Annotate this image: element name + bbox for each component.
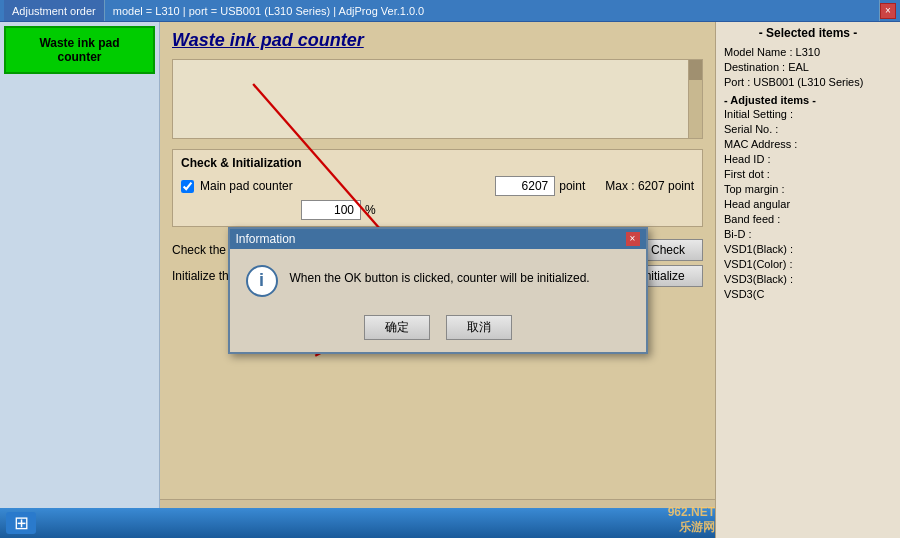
- title-section-1: Adjustment order: [4, 0, 105, 21]
- right-panel: - Selected items - Model Name : L310 Des…: [715, 22, 900, 538]
- sidebar: Waste ink pad counter: [0, 22, 160, 538]
- right-panel-vsd1-black: VSD1(Black) :: [724, 243, 892, 255]
- start-button[interactable]: ⊞: [6, 512, 36, 534]
- main-layout: Waste ink pad counter Waste ink pad coun…: [0, 22, 900, 538]
- dialog-buttons: 确定 取消: [230, 309, 646, 352]
- right-panel-bi-d: Bi-D :: [724, 228, 892, 240]
- right-panel-destination: Destination : EAL: [724, 61, 892, 73]
- dialog-info-icon: i: [246, 265, 278, 297]
- right-panel-vsd3-black: VSD3(Black) :: [724, 273, 892, 285]
- close-icon: ×: [885, 5, 891, 16]
- right-panel-serial-no: Serial No. :: [724, 123, 892, 135]
- dialog-title: Information: [236, 232, 296, 246]
- sidebar-item-label: Waste ink pad counter: [39, 36, 119, 64]
- right-panel-first-dot: First dot :: [724, 168, 892, 180]
- right-panel-initial-setting: Initial Setting :: [724, 108, 892, 120]
- right-panel-model: Model Name : L310: [724, 46, 892, 58]
- title-bar: Adjustment order model = L310 | port = U…: [0, 0, 900, 22]
- right-panel-port: Port : USB001 (L310 Series): [724, 76, 892, 88]
- right-panel-selected-header: - Selected items -: [724, 26, 892, 40]
- right-panel-vsd1-color: VSD1(Color) :: [724, 258, 892, 270]
- dialog-cancel-button[interactable]: 取消: [446, 315, 512, 340]
- dialog-title-bar: Information ×: [230, 229, 646, 249]
- window-close-button[interactable]: ×: [880, 3, 896, 19]
- right-panel-vsd3-c: VSD3(C: [724, 288, 892, 300]
- content-area: Waste ink pad counter Check & Initializa…: [160, 22, 715, 538]
- title-section-2: model = L310 | port = USB001 (L310 Serie…: [105, 0, 880, 21]
- info-icon: i: [259, 270, 264, 291]
- title-label-1: Adjustment order: [12, 5, 96, 17]
- right-panel-head-angular: Head angular: [724, 198, 892, 210]
- dialog-body: i When the OK button is clicked, counter…: [230, 249, 646, 309]
- right-panel-top-margin: Top margin :: [724, 183, 892, 195]
- dialog-close-button[interactable]: ×: [626, 232, 640, 246]
- information-dialog: Information × i When the OK button is cl…: [228, 227, 648, 354]
- title-label-2: model = L310 | port = USB001 (L310 Serie…: [113, 5, 424, 17]
- right-panel-adjusted-header: - Adjusted items -: [724, 94, 892, 106]
- dialog-ok-button[interactable]: 确定: [364, 315, 430, 340]
- watermark: 962.NET 乐游网: [668, 505, 715, 536]
- dialog-message: When the OK button is clicked, counter w…: [290, 265, 630, 285]
- right-panel-mac-address: MAC Address :: [724, 138, 892, 150]
- right-panel-band-feed: Band feed :: [724, 213, 892, 225]
- right-panel-head-id: Head ID :: [724, 153, 892, 165]
- sidebar-item-waste-ink[interactable]: Waste ink pad counter: [4, 26, 155, 74]
- dialog-overlay: Information × i When the OK button is cl…: [160, 22, 715, 538]
